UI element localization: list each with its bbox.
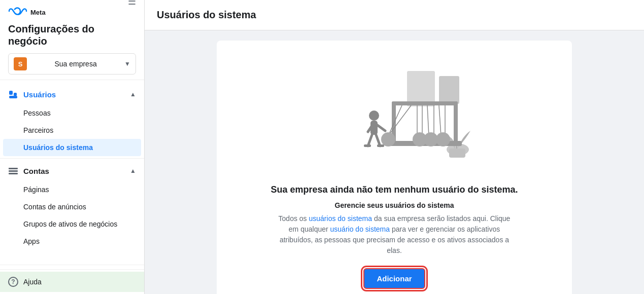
meta-logo-icon — [8, 7, 27, 18]
svg-rect-0 — [9, 91, 13, 95]
hamburger-button[interactable]: ☰ — [128, 0, 136, 7]
sidebar-nav: Usuários ▲ Pessoas Parceiros Usuários do… — [0, 80, 144, 265]
svg-line-24 — [439, 105, 441, 136]
svg-rect-7 — [407, 71, 435, 106]
contas-chevron-icon: ▲ — [130, 167, 136, 174]
nav-item-paginas[interactable]: Páginas — [0, 181, 144, 198]
meta-logo-text: Meta — [30, 9, 46, 16]
empty-state-description: Todos os usuários do sistema da sua empr… — [273, 213, 516, 256]
nav-item-pessoas[interactable]: Pessoas — [0, 104, 144, 122]
page-title: Usuários do sistema — [157, 9, 632, 21]
nav-item-parceiros[interactable]: Parceiros — [0, 122, 144, 139]
svg-rect-10 — [449, 149, 465, 158]
svg-rect-6 — [9, 168, 12, 169]
svg-point-26 — [436, 132, 450, 146]
page-header: Usuários do sistema — [145, 0, 644, 30]
main-content: Usuários do sistema — [145, 0, 644, 294]
content-area: Sua empresa ainda não tem nenhum usuário… — [145, 30, 644, 294]
sidebar-title: Configurações donegócio — [8, 23, 136, 47]
svg-rect-11 — [392, 101, 458, 105]
empty-state-card: Sua empresa ainda não tem nenhum usuário… — [217, 41, 572, 294]
company-avatar: S — [14, 57, 27, 70]
svg-rect-13 — [454, 101, 458, 142]
nav-item-grupos-ativos[interactable]: Grupos de ativos de negócios — [0, 215, 144, 233]
help-icon: ? — [8, 277, 18, 287]
chevron-down-icon: ▼ — [124, 60, 130, 67]
nav-section-usuarios[interactable]: Usuários ▲ — [0, 84, 144, 104]
svg-point-23 — [424, 132, 438, 146]
svg-point-27 — [369, 111, 379, 121]
users-icon — [8, 89, 18, 99]
link-usuarios-sistema-1[interactable]: usuários do sistema — [309, 214, 372, 223]
illustration — [313, 61, 476, 172]
add-button[interactable]: Adicionar — [363, 268, 425, 289]
usuarios-chevron-icon: ▲ — [130, 91, 136, 98]
svg-rect-5 — [9, 173, 18, 174]
contas-section-label: Contas — [23, 167, 49, 175]
svg-rect-4 — [9, 170, 18, 172]
meta-logo: Meta — [8, 7, 46, 18]
svg-point-17 — [381, 132, 395, 146]
sidebar-header: Meta ☰ Configurações donegócio S Sua emp… — [0, 0, 144, 80]
svg-rect-33 — [364, 144, 371, 147]
svg-rect-2 — [14, 93, 17, 96]
nav-section-contas[interactable]: Contas ▲ — [0, 161, 144, 181]
sidebar-divider-2 — [0, 269, 144, 270]
usuarios-section-label: Usuários — [23, 90, 56, 99]
nav-item-contas-anuncios[interactable]: Contas de anúncios — [0, 198, 144, 215]
link-usuarios-sistema-2[interactable]: usuário do sistema — [330, 225, 390, 233]
sidebar: Meta ☰ Configurações donegócio S Sua emp… — [0, 0, 145, 294]
svg-line-31 — [368, 135, 372, 146]
accounts-icon — [8, 166, 18, 176]
sidebar-divider-1 — [0, 158, 144, 159]
svg-line-32 — [376, 135, 380, 146]
empty-state-heading: Sua empresa ainda não tem nenhum usuário… — [247, 185, 541, 195]
svg-line-21 — [427, 105, 429, 136]
empty-state-subheading: Gerencie seus usuários do sistema — [247, 201, 541, 209]
company-name: Sua empresa — [31, 60, 120, 68]
company-selector[interactable]: S Sua empresa ▼ — [8, 53, 136, 75]
sidebar-footer: ? Ajuda — [0, 265, 144, 294]
svg-rect-1 — [9, 96, 17, 98]
footer-help[interactable]: ? Ajuda — [0, 272, 144, 292]
svg-rect-8 — [439, 76, 459, 104]
help-label: Ajuda — [23, 278, 42, 286]
nav-item-apps[interactable]: Apps — [0, 233, 144, 250]
svg-rect-34 — [377, 144, 384, 147]
nav-item-usuarios-sistema[interactable]: Usuários do sistema — [3, 139, 141, 156]
